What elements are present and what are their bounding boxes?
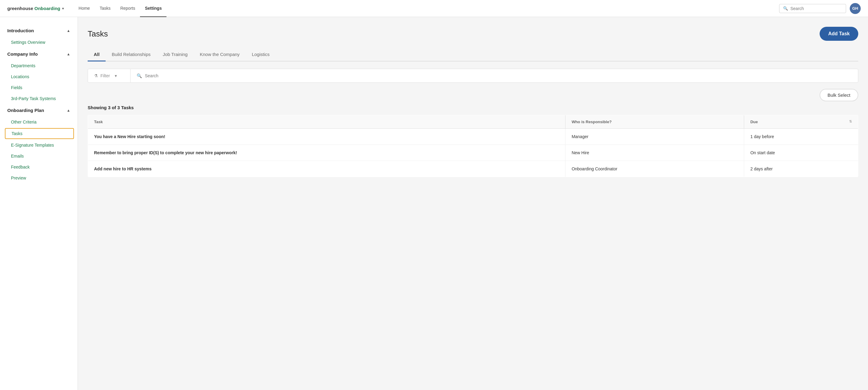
filter-dropdown[interactable]: ⚗ Filter ▾ [88,69,130,83]
sidebar-item-tasks[interactable]: Tasks [5,128,74,139]
sidebar-section-onboarding-plan-title: Onboarding Plan [7,108,44,113]
sidebar-item-settings-overview[interactable]: Settings Overview [0,37,78,48]
sidebar-item-e-signature[interactable]: E-Signature Templates [0,140,78,151]
page-title: Tasks [88,29,108,39]
bulk-select-button[interactable]: Bulk Select [819,89,858,101]
nav-link-reports[interactable]: Reports [115,0,140,17]
table-header-row: Task Who is Responsible? Due ⇅ [88,115,858,129]
sidebar-section-introduction-title: Introduction [7,28,34,33]
tasks-search-input[interactable] [145,73,852,78]
filter-bar: ⚗ Filter ▾ 🔍 [88,69,858,83]
nav-link-home[interactable]: Home [74,0,95,17]
col-due: Due ⇅ [744,115,858,129]
sidebar-company-info-chevron: ▲ [67,52,70,56]
sidebar-introduction-chevron: ▲ [67,29,70,33]
sidebar-section-introduction[interactable]: Introduction ▲ [0,24,78,37]
col-task: Task [88,115,565,129]
tasks-table: Task Who is Responsible? Due ⇅ You have … [88,115,858,177]
tab-build-relationships[interactable]: Build Relationships [105,48,157,61]
showing-count: Showing 3 of 3 Tasks [88,105,858,110]
sidebar-item-emails[interactable]: Emails [0,151,78,162]
tasks-search-icon: 🔍 [137,73,142,78]
task-name-2[interactable]: Remember to bring proper ID(S) to comple… [88,145,565,161]
table-row: Remember to bring proper ID(S) to comple… [88,145,858,161]
tab-logistics[interactable]: Logistics [246,48,275,61]
sidebar-item-other-criteria[interactable]: Other Criteria [0,117,78,127]
sidebar-item-fields[interactable]: Fields [0,82,78,93]
main-content: Tasks Add Task All Build Relationships J… [78,17,868,390]
global-search-box[interactable]: 🔍 [779,4,846,13]
tab-know-the-company[interactable]: Know the Company [193,48,246,61]
table-body: You have a New Hire starting soon! Manag… [88,129,858,177]
nav-right: 🔍 GH [779,3,861,14]
content-header: Tasks Add Task [88,27,858,41]
nav-link-settings[interactable]: Settings [140,0,166,17]
filter-chevron-icon: ▾ [115,73,117,78]
sidebar-item-preview[interactable]: Preview [0,172,78,184]
tab-all[interactable]: All [88,48,105,61]
tasks-tabs: All Build Relationships Job Training Kno… [88,48,858,61]
sidebar-section-company-info-title: Company Info [7,52,38,57]
sidebar-item-feedback[interactable]: Feedback [0,162,78,172]
sort-icon: ⇅ [849,120,852,124]
tab-job-training[interactable]: Job Training [157,48,194,61]
filter-icon: ⚗ [94,73,98,78]
bulk-select-row: Bulk Select [88,89,858,101]
topnav: greenhouse Onboarding ▾ Home Tasks Repor… [0,0,868,17]
sidebar-section-onboarding-plan[interactable]: Onboarding Plan ▲ [0,104,78,117]
sidebar-item-locations[interactable]: Locations [0,71,78,82]
table-row: You have a New Hire starting soon! Manag… [88,129,858,145]
task-responsible-1: Manager [565,129,744,145]
task-name-1[interactable]: You have a New Hire starting soon! [88,129,565,145]
sidebar-item-3rd-party[interactable]: 3rd-Party Task Systems [0,93,78,104]
nav-links: Home Tasks Reports Settings [74,0,779,17]
sidebar: Introduction ▲ Settings Overview Company… [0,17,78,390]
task-responsible-2: New Hire [565,145,744,161]
task-due-3: 2 days after [744,161,858,177]
task-due-1: 1 day before [744,129,858,145]
page-layout: Introduction ▲ Settings Overview Company… [0,17,868,390]
add-task-button[interactable]: Add Task [819,27,858,41]
task-name-3[interactable]: Add new hire to HR systems [88,161,565,177]
brand-logo[interactable]: greenhouse Onboarding ▾ [7,6,64,11]
global-search-input[interactable] [790,6,842,11]
user-avatar[interactable]: GH [850,3,861,14]
global-search-icon: 🔍 [783,6,788,11]
brand-greenhouse-text: greenhouse [7,6,33,11]
task-responsible-3: Onboarding Coordinator [565,161,744,177]
tasks-search-section[interactable]: 🔍 [130,69,858,83]
col-responsible: Who is Responsible? [565,115,744,129]
filter-label: Filter [100,73,110,78]
table-header: Task Who is Responsible? Due ⇅ [88,115,858,129]
sidebar-section-company-info[interactable]: Company Info ▲ [0,48,78,60]
task-due-2: On start date [744,145,858,161]
brand-chevron-icon: ▾ [62,6,64,11]
nav-link-tasks[interactable]: Tasks [95,0,115,17]
brand-onboarding-text: Onboarding [34,6,60,11]
sidebar-onboarding-plan-chevron: ▲ [67,108,70,112]
sidebar-item-departments[interactable]: Departments [0,60,78,71]
table-row: Add new hire to HR systems Onboarding Co… [88,161,858,177]
